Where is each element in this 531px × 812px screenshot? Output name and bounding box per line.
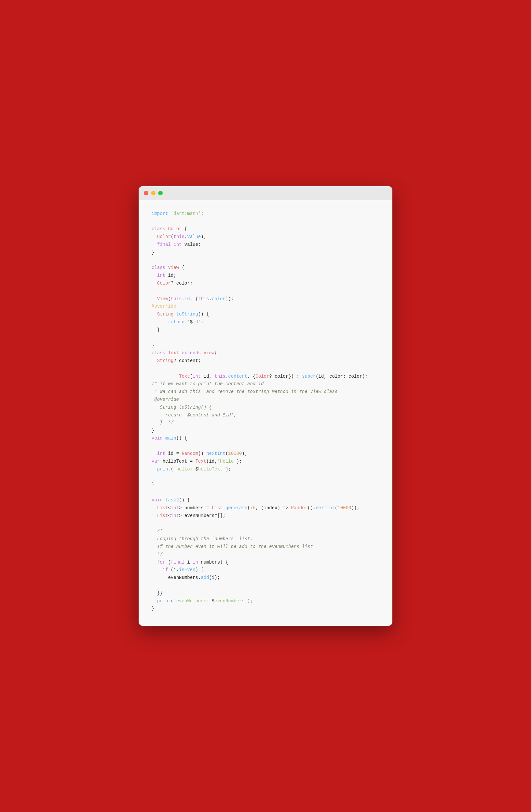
code-editor: import 'dart:math'; class Color { Color(… — [138, 200, 393, 626]
code-window: import 'dart:math'; class Color { Color(… — [138, 186, 393, 626]
titlebar — [138, 186, 393, 200]
close-button[interactable] — [144, 191, 148, 195]
maximize-button[interactable] — [158, 191, 163, 195]
minimize-button[interactable] — [151, 191, 156, 195]
